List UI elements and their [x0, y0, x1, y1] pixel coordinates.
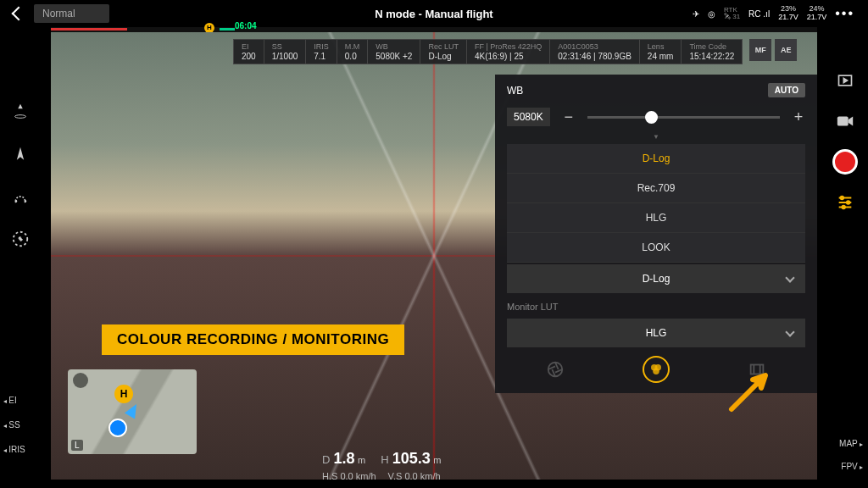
battery-2: 24% 21.7V: [807, 5, 827, 22]
rec-lut-options: D-LogRec.709HLGLOOK: [507, 144, 805, 263]
telemetry: D1.8 m H105.3 m H.S 0.0 km/h V.S 0.0 km/…: [322, 450, 442, 468]
flight-time: 06:04: [235, 21, 257, 30]
param-tab[interactable]: EI: [3, 396, 25, 405]
battery-1: 23% 21.7V: [778, 5, 798, 22]
svg-point-3: [653, 369, 659, 375]
view-toggle[interactable]: MAP: [839, 439, 863, 448]
svg-point-0: [548, 363, 563, 377]
gimbal-icon: ◎: [708, 9, 715, 19]
focus-target-icon[interactable]: [10, 229, 31, 249]
info-cell[interactable]: SS1/1000: [264, 40, 307, 64]
chevron-down-icon: ▼: [507, 133, 805, 141]
param-tab[interactable]: SS: [3, 420, 25, 430]
lut-option[interactable]: Rec.709: [507, 174, 805, 203]
wb-value: 5080K: [507, 108, 550, 126]
status-bar: ✈ ◎ RTK🛰 31 RC .ıl 23% 21.7V 24% 21.7V •…: [693, 5, 854, 22]
more-menu[interactable]: •••: [835, 6, 854, 21]
monitor-lut-select[interactable]: HLG: [507, 319, 805, 347]
wb-slider[interactable]: [587, 116, 780, 119]
svg-point-13: [847, 201, 850, 204]
param-tabs: EISSIRIS: [3, 396, 25, 454]
info-cell[interactable]: Rec LUTD-Log: [420, 40, 467, 64]
chevron-down-icon: [785, 327, 794, 336]
annotation-banner: COLOUR RECORDING / MONITORING: [102, 324, 404, 355]
compass-arrow-icon[interactable]: [10, 144, 31, 164]
flight-mode-pill[interactable]: Normal: [34, 4, 109, 23]
param-tab[interactable]: IRIS: [3, 445, 25, 454]
svg-point-14: [842, 206, 845, 209]
info-cell[interactable]: FF | ProRes 422HQ4K(16:9) | 25: [467, 40, 550, 64]
takeoff-icon[interactable]: [10, 102, 31, 122]
info-cell[interactable]: M.M0.0: [337, 40, 369, 64]
back-button[interactable]: [14, 8, 24, 19]
aperture-tab-icon[interactable]: [546, 360, 565, 379]
lut-option[interactable]: LOOK: [507, 233, 805, 263]
chevron-down-icon: [785, 273, 794, 282]
info-cell[interactable]: Lens24 mm: [640, 40, 682, 64]
info-cell[interactable]: Time Code15:14:22:22: [682, 40, 742, 64]
rec-lut-select[interactable]: D-Log: [507, 264, 805, 293]
lut-option[interactable]: HLG: [507, 203, 805, 233]
svg-point-5: [15, 115, 26, 119]
info-cell[interactable]: EI200: [234, 40, 264, 64]
wb-decrement[interactable]: −: [562, 108, 576, 126]
drone-icon: ✈: [693, 9, 699, 19]
rc-signal: RC .ıl: [748, 9, 770, 19]
svg-point-7: [25, 201, 26, 202]
minimap[interactable]: H L: [68, 369, 197, 454]
wb-increment[interactable]: +: [792, 108, 805, 126]
page-title: N mode - Manual flight: [375, 8, 492, 20]
minimap-expand[interactable]: L: [71, 440, 83, 451]
wb-auto-button[interactable]: AUTO: [768, 83, 805, 97]
wb-label: WB: [507, 85, 523, 97]
info-cell[interactable]: WB5080K +2: [368, 40, 420, 64]
video-mode-button[interactable]: [832, 108, 858, 134]
annotation-arrow-icon: [727, 371, 770, 413]
mf-button[interactable]: MF: [749, 39, 771, 61]
ae-lock-button[interactable]: AE: [775, 39, 797, 61]
svg-point-9: [19, 237, 22, 241]
view-toggle[interactable]: FPV: [839, 462, 863, 471]
color-tab-icon[interactable]: [643, 356, 670, 383]
compass-icon: [73, 373, 88, 388]
wb-panel: WB AUTO 5080K − + ▼ D-LogRec.709HLGLOOK …: [495, 75, 817, 393]
svg-rect-11: [837, 117, 849, 126]
lut-option[interactable]: D-Log: [507, 144, 805, 174]
info-cell[interactable]: A001C005302:31:46 | 780.9GB: [550, 40, 640, 64]
home-point-icon: H: [114, 385, 133, 403]
camera-preview[interactable]: EI200SS1/1000IRIS7.1M.M0.0WB5080K +2Rec …: [51, 32, 817, 480]
info-cell[interactable]: IRIS7.1: [306, 40, 337, 64]
drone-position-icon: [108, 419, 127, 437]
monitor-lut-label: Monitor LUT: [507, 293, 805, 317]
view-toggles: MAPFPV: [839, 439, 863, 471]
svg-point-12: [841, 197, 844, 200]
playback-button[interactable]: [832, 68, 858, 93]
svg-point-6: [15, 201, 17, 202]
settings-sliders-icon[interactable]: [832, 190, 858, 215]
waypoint-icon[interactable]: [10, 186, 31, 207]
record-button[interactable]: [832, 149, 858, 175]
camera-info-strip[interactable]: EI200SS1/1000IRIS7.1M.M0.0WB5080K +2Rec …: [233, 39, 743, 64]
